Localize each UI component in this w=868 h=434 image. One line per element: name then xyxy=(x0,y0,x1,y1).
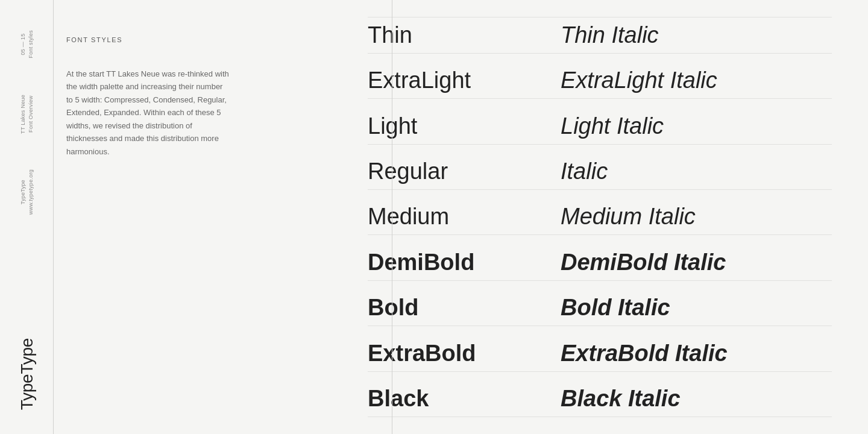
font-row-medium: MediumMedium Italic xyxy=(368,199,832,235)
font-row-black: BlackBlack Italic xyxy=(368,381,832,417)
font-name-extrabold: ExtraBold xyxy=(368,341,561,366)
section-title: FONT STYLES xyxy=(66,36,307,43)
font-row-regular: RegularItalic xyxy=(368,154,832,190)
font-name-italic-extrabold: ExtraBold Italic xyxy=(561,341,728,366)
font-name-italic-black: Black Italic xyxy=(561,386,681,412)
font-name-light: Light xyxy=(368,113,561,139)
font-name-italic-light: Light Italic xyxy=(561,113,664,139)
font-name-extralight: ExtraLight xyxy=(368,68,561,93)
font-name-medium: Medium xyxy=(368,204,561,230)
font-row-extralight: ExtraLightExtraLight Italic xyxy=(368,63,832,99)
sidebar-label-font: TT Lakes NeueFont Overview xyxy=(19,95,34,134)
sidebar-label-typetype: TypeTypewww.typetype.org xyxy=(19,169,34,215)
font-display: ThinThin ItalicExtraLightExtraLight Ital… xyxy=(332,0,868,434)
font-name-demibold: DemiBold xyxy=(368,250,561,275)
sidebar: 05 — 15Font styles TT Lakes NeueFont Ove… xyxy=(0,0,54,434)
font-name-italic-medium: Medium Italic xyxy=(561,204,696,230)
font-row-extrabold: ExtraBoldExtraBold Italic xyxy=(368,336,832,372)
font-name-italic-extralight: ExtraLight Italic xyxy=(561,68,717,93)
page: 05 — 15Font styles TT Lakes NeueFont Ove… xyxy=(0,0,868,434)
font-row-demibold: DemiBoldDemiBold Italic xyxy=(368,245,832,281)
font-name-italic-thin: Thin Italic xyxy=(561,22,659,48)
font-name-italic-bold: Bold Italic xyxy=(561,295,670,321)
sidebar-brand: TypeType xyxy=(17,338,37,410)
font-row-light: LightLight Italic xyxy=(368,108,832,145)
description: At the start TT Lakes Neue was re-thinke… xyxy=(66,68,229,158)
font-name-regular: Regular xyxy=(368,159,561,184)
left-panel: FONT STYLES At the start TT Lakes Neue w… xyxy=(54,0,332,434)
font-row-thin: ThinThin Italic xyxy=(368,17,832,54)
font-row-bold: BoldBold Italic xyxy=(368,290,832,326)
font-name-italic-demibold: DemiBold Italic xyxy=(561,250,726,275)
font-name-black: Black xyxy=(368,386,561,412)
sidebar-label-pages: 05 — 15Font styles xyxy=(19,30,34,58)
divider-right xyxy=(392,0,392,434)
font-name-italic-regular: Italic xyxy=(561,159,608,184)
font-name-thin: Thin xyxy=(368,22,561,48)
font-name-bold: Bold xyxy=(368,295,561,321)
